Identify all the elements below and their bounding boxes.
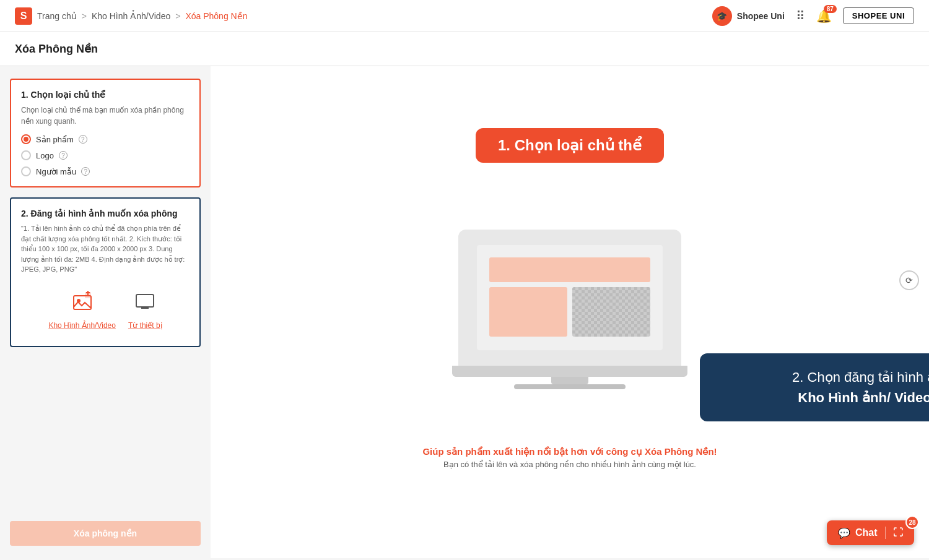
radio-label-nguoi-mau: Người mẫu xyxy=(36,167,76,176)
main-layout: 1. Chọn loại chủ thể Chọn loại chủ thể m… xyxy=(0,66,929,558)
breadcrumb-media[interactable]: Kho Hình Ảnh/Video xyxy=(92,11,170,21)
tooltip1-text: 1. Chọn loại chủ thể xyxy=(498,137,642,153)
section1-card: 1. Chọn loại chủ thể Chọn loại chủ thể m… xyxy=(10,79,201,187)
notification-bell[interactable]: 🔔 87 xyxy=(816,9,832,24)
upload-from-device-btn[interactable]: Từ thiết bị xyxy=(128,291,162,330)
tooltip2-line2: Kho Hình ảnh/ Video hoặc Từ thiết bị xyxy=(798,390,929,405)
help-icon-san-pham[interactable]: ? xyxy=(79,135,87,144)
help-icon-nguoi-mau[interactable]: ? xyxy=(81,167,90,176)
radio-inner-san-pham xyxy=(24,137,28,142)
chat-bubble-icon: 💬 xyxy=(838,527,850,539)
breadcrumb-home[interactable]: Trang chủ xyxy=(37,11,77,21)
header: S Trang chủ > Kho Hình Ảnh/Video > Xóa P… xyxy=(0,0,929,32)
shopee-uni-label: Shopee Uni xyxy=(737,11,785,21)
screen-col2 xyxy=(572,287,650,337)
tooltip2-line1: 2. Chọn đăng tải hình ảnh muốn xóa qua xyxy=(792,369,929,385)
chat-badge: 28 xyxy=(905,515,919,529)
section1-title: 1. Chọn loại chủ thể xyxy=(21,90,190,100)
scroll-icon[interactable]: ⟳ xyxy=(899,270,919,290)
laptop-foot xyxy=(514,384,626,389)
device-icon xyxy=(134,291,156,317)
tooltip-1: 1. Chọn loại chủ thể xyxy=(476,128,664,163)
upload-note: "1. Tải lên hình ảnh có chủ thể đã chọn … xyxy=(21,223,190,275)
radio-san-pham[interactable]: Sản phẩm ? xyxy=(21,134,190,144)
radio-label-logo: Logo xyxy=(36,151,54,160)
user-button[interactable]: SHOPEE UNI xyxy=(843,7,914,24)
laptop-base xyxy=(452,366,687,377)
upload-from-library-btn[interactable]: Kho Hình Ảnh/Video xyxy=(48,291,116,330)
radio-nguoi-mau[interactable]: Người mẫu ? xyxy=(21,166,190,176)
bottom-main-text: Giúp sản phẩm xuất hiện nổi bật hơn với … xyxy=(422,446,717,457)
screen-row2 xyxy=(489,287,650,337)
breadcrumb-sep2: > xyxy=(175,11,180,21)
header-left: S Trang chủ > Kho Hình Ảnh/Video > Xóa P… xyxy=(15,7,247,25)
page-title: Xóa Phông Nền xyxy=(15,42,914,56)
library-btn-label: Kho Hình Ảnh/Video xyxy=(48,321,116,330)
notification-badge: 87 xyxy=(824,5,837,13)
svg-rect-5 xyxy=(136,295,154,307)
radio-circle-san-pham xyxy=(21,134,31,144)
bottom-text: Giúp sản phẩm xuất hiện nổi bật hơn với … xyxy=(422,446,717,469)
upload-buttons: Kho Hình Ảnh/Video Từ thiết bị xyxy=(21,285,190,336)
tooltip-2: 2. Chọn đăng tải hình ảnh muốn xóa qua K… xyxy=(700,353,929,421)
shopee-uni[interactable]: 🎓 Shopee Uni xyxy=(712,6,785,26)
header-right: 🎓 Shopee Uni ⠿ 🔔 87 SHOPEE UNI xyxy=(712,6,914,26)
shopee-logo: S xyxy=(15,7,32,25)
help-icon-logo[interactable]: ? xyxy=(59,151,68,160)
right-panel: 1. Chọn loại chủ thể 2. Chọn đăng tải hì… xyxy=(211,66,929,558)
bottom-sub-text: Bạn có thể tải lên và xóa phông nền cho … xyxy=(422,460,717,469)
section2-card: 2. Đăng tải hình ảnh muốn xóa phông "1. … xyxy=(10,197,201,347)
screen-row1 xyxy=(489,257,650,282)
chat-button[interactable]: 💬 Chat ⛶ 28 xyxy=(827,520,914,545)
laptop-screen xyxy=(458,230,681,366)
radio-circle-nguoi-mau xyxy=(21,166,31,176)
radio-group: Sản phẩm ? Logo ? Người mẫu ? xyxy=(21,134,190,176)
library-icon xyxy=(71,291,94,317)
breadcrumb-current: Xóa Phông Nền xyxy=(185,11,247,21)
laptop-stand xyxy=(551,377,588,384)
laptop-illustration xyxy=(446,230,694,415)
chat-expand-icon: ⛶ xyxy=(893,527,903,538)
xoa-phong-nen-btn[interactable]: Xóa phông nền xyxy=(10,521,201,546)
device-btn-label: Từ thiết bị xyxy=(128,321,162,330)
screen-col1 xyxy=(489,287,567,337)
grid-icon[interactable]: ⠿ xyxy=(796,9,805,24)
left-panel: 1. Chọn loại chủ thể Chọn loại chủ thể m… xyxy=(0,66,211,558)
chat-divider xyxy=(885,527,886,539)
uni-icon: 🎓 xyxy=(712,6,732,26)
page-title-bar: Xóa Phông Nền xyxy=(0,32,929,66)
logo-text: S xyxy=(20,11,27,22)
section1-desc: Chọn loại chủ thể mà bạn muốn xóa phần p… xyxy=(21,105,190,127)
chat-label: Chat xyxy=(855,527,878,538)
radio-label-san-pham: Sản phẩm xyxy=(36,135,74,144)
radio-logo[interactable]: Logo ? xyxy=(21,150,190,160)
laptop-screen-inner xyxy=(477,245,663,350)
breadcrumb-sep1: > xyxy=(82,11,87,21)
radio-circle-logo xyxy=(21,150,31,160)
section2-title: 2. Đăng tải hình ảnh muốn xóa phông xyxy=(21,209,190,218)
